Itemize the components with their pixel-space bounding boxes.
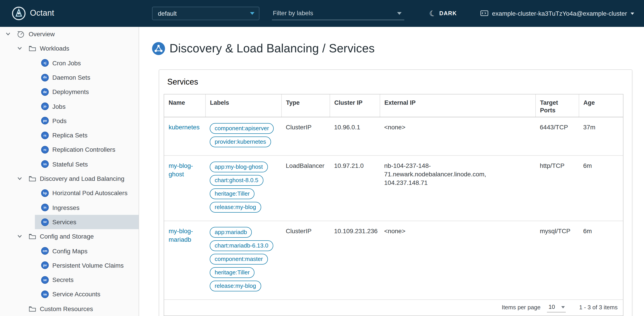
label-pill[interactable]: release:my-blog — [210, 281, 261, 291]
sidebar-item-replication-controllers[interactable]: rc Replication Controllers — [35, 143, 139, 157]
services-card: Services Name Labels Type Clust — [159, 70, 632, 316]
sidebar-item-horizontal-pod-autoscalers[interactable]: hp Horizontal Pod Autoscalers — [35, 186, 139, 200]
service-type: ClusterIP — [281, 221, 330, 299]
sidebar-item-overview[interactable]: Overview — [0, 27, 139, 41]
label-pill[interactable]: chart:ghost-8.0.5 — [210, 175, 263, 186]
sidebar-item-workloads[interactable]: Workloads — [0, 41, 139, 56]
sidebar-item-jobs[interactable]: jo Jobs — [35, 99, 139, 114]
sidebar-item-label: Replication Controllers — [52, 146, 116, 154]
items-per-page-label: Items per page — [502, 304, 540, 311]
page-header: Discovery & Load Balancing / Services — [152, 41, 632, 56]
service-name-link[interactable]: my-blog-ghost — [168, 162, 193, 178]
sidebar-item-label: Service Accounts — [52, 290, 100, 298]
statefulsets-icon: ss — [41, 160, 49, 168]
chevron-down-icon[interactable] — [17, 46, 22, 51]
label-filter-placeholder: Filter by labels — [273, 9, 397, 17]
service-type: ClusterIP — [281, 117, 330, 156]
external-ip: nb-104-237-148-71.newark.nodebalancer.li… — [380, 156, 535, 221]
cluster-icon — [480, 10, 488, 17]
label-pill[interactable]: release:my-blog — [210, 202, 261, 213]
card-title: Services — [167, 77, 628, 88]
target-ports: mysql/TCP — [535, 221, 579, 299]
theme-toggle-button[interactable]: ☾ DARK — [429, 0, 457, 27]
sidebar-item-label: Services — [52, 218, 76, 226]
services-table: Name Labels Type Cluster IP External IP … — [164, 94, 624, 316]
label-pill[interactable]: component:master — [210, 254, 268, 264]
sidebar-item-label: Persistent Volume Claims — [52, 261, 124, 269]
sidebar-item-custom-resources[interactable]: Custom Resources — [0, 301, 139, 316]
table-header-row: Name Labels Type Cluster IP External IP … — [164, 94, 623, 117]
sidebar-item-config-and-storage[interactable]: Config and Storage — [0, 229, 139, 244]
table-row: kubernetes component:apiserver provider:… — [164, 117, 623, 156]
pagination-footer: Items per page 10 1 - 3 of 3 items — [164, 299, 623, 315]
sidebar-item-deployments[interactable]: de Deployments — [35, 85, 139, 99]
sidebar-item-pods[interactable]: po Pods — [35, 114, 139, 128]
chevron-down-icon[interactable] — [5, 31, 11, 37]
serviceaccounts-icon: sa — [41, 290, 49, 298]
discovery-load-balancing-icon — [152, 42, 165, 55]
sidebar-item-ingresses[interactable]: in Ingresses — [35, 200, 139, 215]
age: 6m — [579, 221, 623, 299]
column-header-name: Name — [164, 94, 205, 117]
column-header-external-ip: External IP — [380, 94, 535, 117]
external-ip: <none> — [380, 117, 535, 156]
sidebar-item-label: Overview — [28, 30, 55, 38]
cronjobs-icon: cj — [41, 59, 49, 67]
overview-icon — [17, 30, 24, 38]
app-header: Octant default Filter by labels ☾ DARK e… — [0, 0, 644, 27]
sidebar-item-services[interactable]: sv Services — [35, 215, 139, 229]
label-pill[interactable]: chart:mariadb-6.13.0 — [210, 240, 273, 251]
cluster-ip: 10.97.21.0 — [330, 156, 380, 221]
column-header-age: Age — [579, 94, 623, 117]
octant-logo-icon — [12, 6, 26, 21]
folder-icon — [28, 233, 36, 240]
sidebar-item-label: Workloads — [40, 45, 69, 53]
sidebar-item-replica-sets[interactable]: rs Replica Sets — [35, 128, 139, 143]
sidebar-item-label: Horizontal Pod Autoscalers — [52, 189, 128, 197]
service-name-link[interactable]: my-blog-mariadb — [168, 227, 193, 243]
label-pill[interactable]: app:mariadb — [210, 227, 252, 238]
cluster-context[interactable]: example-cluster-ka3TuTzYo4a@example-clus… — [480, 0, 634, 27]
namespace-select[interactable]: default — [152, 7, 260, 20]
folder-icon — [28, 175, 36, 182]
main-content: Discovery & Load Balancing / Services Se… — [139, 27, 644, 316]
label-pill[interactable]: component:apiserver — [210, 123, 274, 134]
service-type: LoadBalancer — [281, 156, 330, 221]
chevron-down-icon[interactable] — [17, 176, 22, 181]
label-pill[interactable]: app:my-blog-ghost — [210, 162, 268, 172]
theme-toggle-label: DARK — [440, 10, 457, 17]
cluster-ip: 10.109.231.236 — [330, 221, 380, 299]
column-header-cluster-ip: Cluster IP — [330, 94, 380, 117]
age: 6m — [579, 156, 623, 221]
sidebar-item-daemon-sets[interactable]: ds Daemon Sets — [35, 70, 139, 85]
chevron-down-icon — [397, 12, 402, 15]
sidebar-item-service-accounts[interactable]: sa Service Accounts — [35, 287, 139, 302]
label-pill[interactable]: provider:kubernetes — [210, 137, 271, 147]
octant-app: Octant default Filter by labels ☾ DARK e… — [0, 0, 644, 316]
sidebar-item-label: Jobs — [52, 102, 66, 110]
deployments-icon: de — [41, 88, 49, 96]
label-filter-input[interactable]: Filter by labels — [272, 7, 404, 20]
sidebar-item-secrets[interactable]: se Secrets — [35, 272, 139, 287]
items-per-page-select[interactable]: 10 — [547, 303, 566, 312]
secrets-icon: se — [41, 276, 49, 283]
chevron-down-icon[interactable] — [17, 234, 22, 239]
label-pill[interactable]: heritage:Tiller — [210, 267, 255, 278]
sidebar-item-label: Pods — [52, 117, 67, 125]
sidebar-item-config-maps[interactable]: cm Config Maps — [35, 244, 139, 258]
sidebar-item-label: Config and Storage — [40, 232, 94, 240]
sidebar-item-discovery-and-load-balancing[interactable]: Discovery and Load Balancing — [0, 171, 139, 186]
pods-icon: po — [41, 117, 49, 125]
sidebar-item-persistent-volume-claims[interactable]: pv Persistent Volume Claims — [35, 258, 139, 273]
sidebar-item-stateful-sets[interactable]: ss Stateful Sets — [35, 157, 139, 171]
external-ip: <none> — [380, 221, 535, 299]
column-header-type: Type — [281, 94, 330, 117]
sidebar-nav: Overview Workloads cj Cron Jobs ds Daemo… — [0, 27, 139, 316]
cluster-context-label: example-cluster-ka3TuTzYo4a@example-clus… — [492, 10, 627, 18]
service-name-link[interactable]: kubernetes — [168, 124, 200, 131]
table-row: my-blog-mariadb app:mariadb chart:mariad… — [164, 221, 623, 299]
replicationcontrollers-icon: rc — [41, 146, 49, 154]
sidebar-item-label: Secrets — [52, 276, 74, 284]
label-pill[interactable]: heritage:Tiller — [210, 188, 255, 199]
sidebar-item-cron-jobs[interactable]: cj Cron Jobs — [35, 56, 139, 70]
